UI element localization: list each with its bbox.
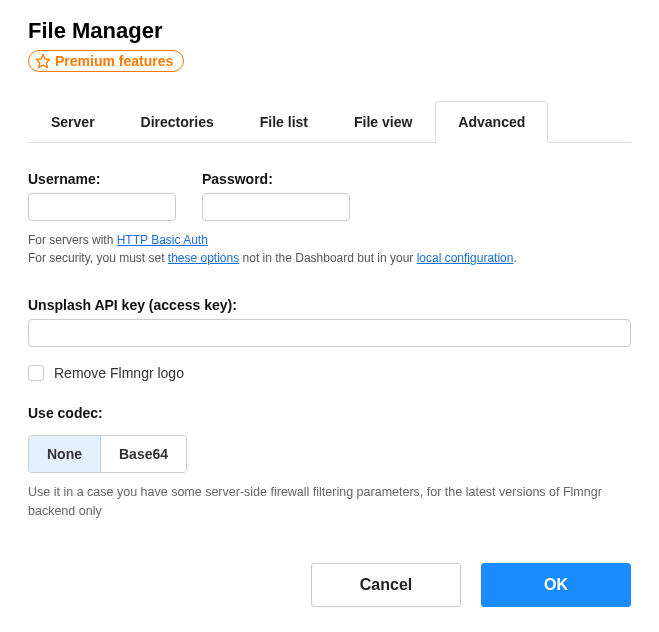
help2-mid: not in the Dashboard but in your	[239, 251, 416, 265]
help-line-1: For servers with HTTP Basic Auth	[28, 231, 631, 249]
cancel-button[interactable]: Cancel	[311, 563, 461, 607]
help2-suffix: .	[513, 251, 516, 265]
password-label: Password:	[202, 171, 350, 187]
codec-help-text: Use it in a case you have some server-si…	[28, 483, 631, 521]
local-configuration-link[interactable]: local configuration	[417, 251, 514, 265]
help-line-2: For security, you must set these options…	[28, 249, 631, 267]
password-input[interactable]	[202, 193, 350, 221]
username-input[interactable]	[28, 193, 176, 221]
form-area: Username: Password: For servers with HTT…	[28, 143, 631, 607]
tab-file-view[interactable]: File view	[331, 101, 435, 143]
premium-features-label: Premium features	[55, 53, 173, 69]
checkbox-box-icon	[28, 365, 44, 381]
tab-directories[interactable]: Directories	[118, 101, 237, 143]
premium-features-button[interactable]: Premium features	[28, 50, 184, 72]
codec-option-base64[interactable]: Base64	[100, 436, 186, 472]
svg-marker-0	[36, 54, 49, 67]
star-icon	[35, 53, 51, 69]
page-title: File Manager	[28, 18, 631, 44]
tab-advanced[interactable]: Advanced	[435, 101, 548, 143]
ok-button[interactable]: OK	[481, 563, 631, 607]
username-label: Username:	[28, 171, 176, 187]
tab-bar: Server Directories File list File view A…	[28, 100, 631, 143]
tab-server[interactable]: Server	[28, 101, 118, 143]
these-options-link[interactable]: these options	[168, 251, 239, 265]
remove-logo-label: Remove Flmngr logo	[54, 365, 184, 381]
unsplash-label: Unsplash API key (access key):	[28, 297, 631, 313]
tab-file-list[interactable]: File list	[237, 101, 331, 143]
unsplash-api-key-input[interactable]	[28, 319, 631, 347]
remove-logo-checkbox[interactable]: Remove Flmngr logo	[28, 365, 631, 381]
codec-option-none[interactable]: None	[29, 436, 100, 472]
codec-label: Use codec:	[28, 405, 631, 421]
help1-prefix: For servers with	[28, 233, 117, 247]
codec-option-group: None Base64	[28, 435, 187, 473]
http-basic-auth-link[interactable]: HTTP Basic Auth	[117, 233, 208, 247]
help2-prefix: For security, you must set	[28, 251, 168, 265]
